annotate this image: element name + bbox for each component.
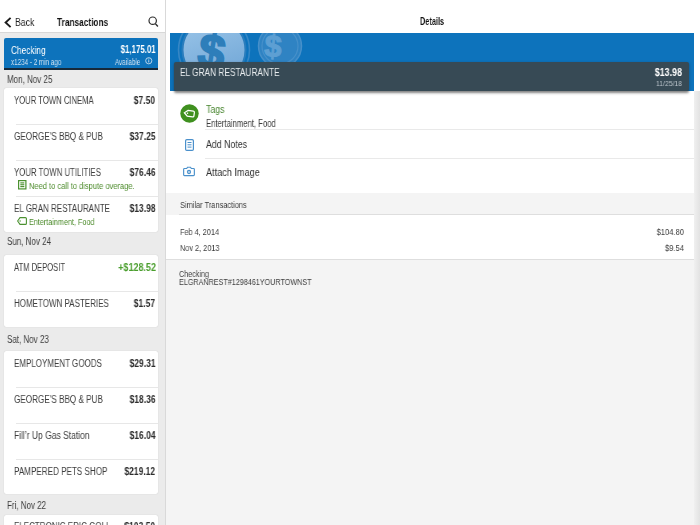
svg-text:$: $ bbox=[263, 33, 283, 65]
